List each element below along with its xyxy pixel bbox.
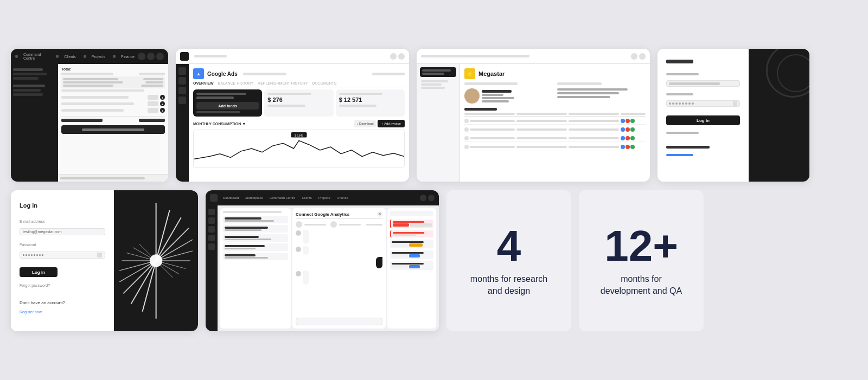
svg-line-3 [156, 210, 169, 261]
login-card-top: Log in [658, 49, 809, 182]
analytics-connect-card: Dashboard Marketplace Command Centre Cli… [206, 190, 439, 331]
stat-card-development: 12+ months for development and QA [579, 190, 704, 331]
svg-text:$ 8,845: $ 8,845 [295, 134, 303, 137]
row-1: Command Centre Clients Projects Finance [11, 49, 857, 182]
google-ads-card: ▲ Google Ads OVERVIEW BALANCE HISTORY RE… [176, 49, 409, 182]
main-container: Command Centre Clients Projects Finance [11, 49, 857, 331]
stat-number-development: 12+ [604, 224, 678, 268]
stat-label-development: months for development and QA [601, 273, 682, 298]
svg-point-22 [150, 254, 162, 267]
svg-line-13 [142, 261, 156, 312]
login-spiral-card: Log in E-mail address testing@megastar.c… [11, 190, 198, 331]
payment-card: Command Centre Clients Projects Finance [11, 49, 168, 182]
megastar-crm-card: ⭐ Megastar [417, 49, 650, 182]
row-2: Log in E-mail address testing@megastar.c… [11, 190, 857, 331]
stat-label-research: months for research and design [470, 273, 547, 298]
stat-card-research: 4 months for research and design [446, 190, 571, 331]
stat-number-research: 4 [497, 224, 521, 268]
